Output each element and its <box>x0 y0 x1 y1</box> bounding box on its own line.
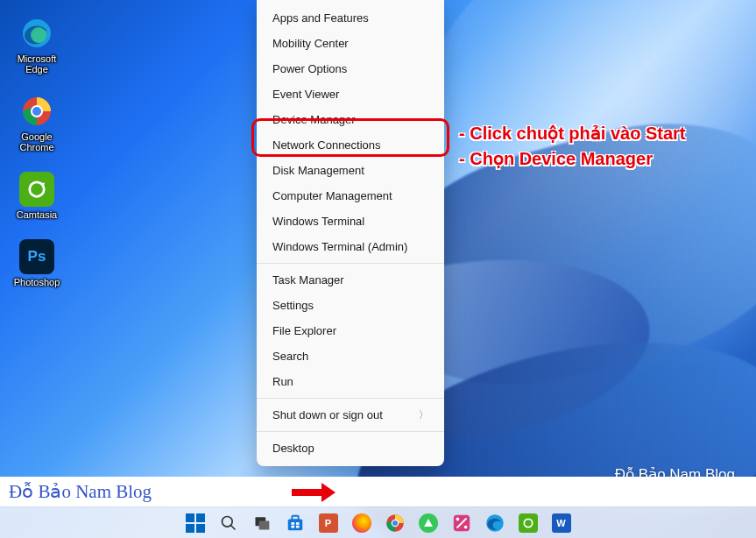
menu-item-run[interactable]: Run <box>257 369 444 394</box>
edge-icon[interactable] <box>484 513 505 534</box>
svg-point-6 <box>222 516 232 527</box>
svg-rect-12 <box>291 522 294 525</box>
svg-rect-10 <box>287 519 302 530</box>
menu-item-settings[interactable]: Settings <box>257 293 444 318</box>
desktop-icon-label: Google Chrome <box>9 131 65 152</box>
desktop-icon-label: Camtasia <box>17 209 57 220</box>
svg-rect-15 <box>295 525 299 527</box>
airdroid-icon[interactable] <box>418 513 439 534</box>
menu-separator <box>257 398 444 399</box>
chevron-right-icon: 〉 <box>419 408 428 421</box>
svg-rect-11 <box>292 515 298 520</box>
svg-rect-14 <box>291 525 294 527</box>
svg-point-4 <box>32 107 41 116</box>
annotation-text: - Click chuột phải vào Start - Chọn Devi… <box>459 121 685 172</box>
menu-separator <box>257 431 444 432</box>
chrome-icon[interactable] <box>385 513 406 534</box>
menu-item-shutdown-signout[interactable]: Shut down or sign out 〉 <box>257 402 444 428</box>
svg-rect-9 <box>258 520 269 529</box>
menu-item-file-explorer[interactable]: File Explorer <box>257 318 444 343</box>
menu-item-disk-management[interactable]: Disk Management <box>257 158 444 183</box>
desktop-icons: Microsoft Edge Google Chrome Camtasia Ps… <box>9 16 65 288</box>
menu-item-task-manager[interactable]: Task Manager <box>257 267 444 293</box>
menu-separator <box>257 263 444 264</box>
annotation-arrow <box>292 483 336 502</box>
menu-item-power-options[interactable]: Power Options <box>257 56 444 81</box>
photoshop-icon: Ps <box>19 239 54 274</box>
winx-context-menu: Apps and Features Mobility Center Power … <box>257 0 444 466</box>
menu-item-apps-features[interactable]: Apps and Features <box>257 5 444 31</box>
desktop-icon-photoshop[interactable]: Ps Photoshop <box>9 239 65 287</box>
desktop-icon-chrome[interactable]: Google Chrome <box>9 94 65 152</box>
menu-item-search[interactable]: Search <box>257 343 444 369</box>
start-button[interactable] <box>185 513 206 534</box>
edge-icon <box>19 16 54 51</box>
menu-item-computer-management[interactable]: Computer Management <box>257 183 444 209</box>
firefox-icon[interactable] <box>351 513 372 534</box>
svg-point-23 <box>524 519 532 527</box>
camtasia-icon <box>19 172 54 207</box>
blog-bar: Đỗ Bảo Nam Blog <box>0 477 756 506</box>
svg-line-7 <box>230 525 235 529</box>
menu-item-event-viewer[interactable]: Event Viewer <box>257 81 444 107</box>
menu-item-network-connections[interactable]: Network Connections <box>257 132 444 158</box>
powerpoint-icon[interactable]: P <box>318 513 339 534</box>
taskbar: P W <box>0 506 756 538</box>
word-icon[interactable]: W <box>551 513 572 534</box>
camtasia-icon[interactable] <box>518 513 539 534</box>
chrome-icon <box>19 94 54 129</box>
desktop-icon-camtasia[interactable]: Camtasia <box>9 172 65 220</box>
svg-point-21 <box>463 525 467 528</box>
menu-item-desktop[interactable]: Desktop <box>257 435 444 461</box>
search-icon[interactable] <box>218 513 239 534</box>
microsoft-store-icon[interactable] <box>285 513 306 534</box>
svg-point-20 <box>456 517 459 520</box>
svg-point-18 <box>392 520 397 525</box>
menu-item-mobility-center[interactable]: Mobility Center <box>257 31 444 56</box>
menu-item-windows-terminal-admin[interactable]: Windows Terminal (Admin) <box>257 234 444 259</box>
snip-sketch-icon[interactable] <box>451 513 472 534</box>
menu-item-device-manager[interactable]: Device Manager <box>257 107 444 132</box>
desktop-icon-label: Microsoft Edge <box>9 53 65 74</box>
svg-rect-13 <box>295 522 299 525</box>
desktop-icon-edge[interactable]: Microsoft Edge <box>9 16 65 74</box>
svg-point-1 <box>31 27 46 43</box>
task-view-icon[interactable] <box>251 513 272 534</box>
desktop-icon-label: Photoshop <box>14 277 60 287</box>
menu-item-windows-terminal[interactable]: Windows Terminal <box>257 209 444 234</box>
